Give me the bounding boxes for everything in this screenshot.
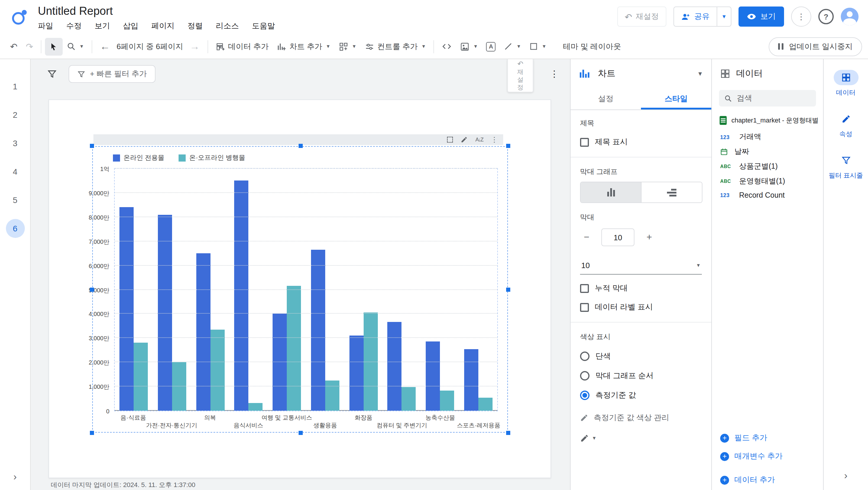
bar[interactable] xyxy=(211,329,225,411)
legend-item[interactable]: 온·오프라인 병행몰 xyxy=(179,153,245,162)
add-text-button[interactable]: A xyxy=(482,37,500,55)
page-thumb-1[interactable]: 1 xyxy=(6,77,25,96)
resize-handle[interactable] xyxy=(90,431,94,435)
add-quick-filter-chip[interactable]: + 빠른 필터 추가 xyxy=(69,65,156,83)
color-option-single[interactable]: 단색 xyxy=(580,351,702,362)
menu-view[interactable]: 보기 xyxy=(95,21,110,31)
resize-handle[interactable] xyxy=(90,144,94,148)
add-parameter-link[interactable]: + 매개변수 추가 xyxy=(720,451,815,462)
avatar[interactable] xyxy=(841,8,859,25)
prev-page-button[interactable]: ← xyxy=(96,37,114,55)
menu-help[interactable]: 도움말 xyxy=(252,21,275,31)
field-row[interactable]: 날짜 xyxy=(712,144,823,159)
menu-arrange[interactable]: 정렬 xyxy=(187,21,203,31)
color-option-dimension-values[interactable]: 측정기준 값 xyxy=(580,390,702,401)
menu-resource[interactable]: 리소스 xyxy=(216,21,239,31)
looker-studio-logo[interactable] xyxy=(9,7,30,30)
checkbox-icon[interactable] xyxy=(580,138,589,146)
radio-icon[interactable] xyxy=(580,351,590,361)
next-page-button[interactable]: → xyxy=(186,37,204,55)
filter-bar-more-button[interactable]: ⋮ xyxy=(550,69,559,79)
bar[interactable] xyxy=(402,387,416,411)
stacked-bars-checkbox-row[interactable]: 누적 막대 xyxy=(580,283,702,293)
help-button[interactable]: ? xyxy=(818,9,834,24)
bar[interactable] xyxy=(273,314,287,411)
add-line-button[interactable]: ▼ xyxy=(500,37,525,55)
share-main[interactable]: 공유 xyxy=(674,7,717,26)
add-shape-button[interactable]: ▼ xyxy=(525,37,551,55)
tab-setup[interactable]: 설정 xyxy=(570,88,641,110)
tab-style[interactable]: 스타일 xyxy=(641,88,711,110)
page-thumb-6-active[interactable]: 6 xyxy=(6,219,25,238)
add-chart-button[interactable]: 차트 추가▼ xyxy=(273,37,335,55)
page-thumb-2[interactable]: 2 xyxy=(6,105,25,124)
field-row[interactable]: ABC 상품군별(1) xyxy=(712,159,823,174)
expand-pages-chevron-icon[interactable]: › xyxy=(13,471,17,483)
properties-header[interactable]: 차트 ▼ xyxy=(570,59,711,88)
menu-edit[interactable]: 수정 xyxy=(66,21,82,31)
share-dropdown-caret[interactable]: ▼ xyxy=(717,7,731,26)
bar[interactable] xyxy=(478,397,492,411)
add-data-link[interactable]: + 데이터 추가 xyxy=(720,474,815,485)
resize-handle[interactable] xyxy=(506,288,510,292)
radio-icon[interactable] xyxy=(580,371,590,380)
bar[interactable] xyxy=(235,181,249,411)
bars-count-value[interactable]: 10 xyxy=(601,228,634,246)
theme-layout-button[interactable]: 테마 및 레이아웃 xyxy=(559,37,625,55)
manage-dimension-colors[interactable]: 측정기준 값 색상 관리 xyxy=(580,412,702,423)
report-canvas[interactable]: + 빠른 필터 추가 ⋮ ↶ 재설정 A↓Z ⋮ xyxy=(31,59,570,490)
bar[interactable] xyxy=(196,253,211,411)
horizontal-bars-option[interactable] xyxy=(641,182,702,202)
border-color-picker[interactable]: ▼ xyxy=(580,434,702,443)
vertical-bars-option[interactable] xyxy=(581,182,641,202)
rail-item-filter-bar[interactable]: 필터 표시줄 xyxy=(824,153,868,180)
undo-button[interactable]: ↶ xyxy=(6,37,22,55)
bar[interactable] xyxy=(249,403,263,411)
menu-page[interactable]: 페이지 xyxy=(151,21,175,31)
checkbox-icon[interactable] xyxy=(580,303,589,312)
data-source-row[interactable]: chapter1_market - 운영형태별 xyxy=(712,107,823,129)
redo-button[interactable]: ↷ xyxy=(22,37,37,55)
bar[interactable] xyxy=(388,322,402,411)
resize-handle[interactable] xyxy=(298,144,303,148)
field-search-input[interactable]: 검색 xyxy=(719,90,816,107)
resize-handle[interactable] xyxy=(506,431,510,435)
menu-insert[interactable]: 삽입 xyxy=(123,21,138,31)
chart-edit-pencil-icon[interactable] xyxy=(461,136,468,143)
bar[interactable] xyxy=(134,343,148,411)
bar[interactable] xyxy=(311,250,325,411)
bar[interactable] xyxy=(287,286,301,411)
page-thumb-3[interactable]: 3 xyxy=(6,134,25,153)
color-option-series-order[interactable]: 막대 그래프 순서 xyxy=(580,371,702,381)
bar[interactable] xyxy=(426,341,440,411)
collapse-panel-chevron-icon[interactable]: › xyxy=(844,470,847,482)
community-visualizations-button[interactable]: ▼ xyxy=(335,37,361,55)
add-data-button[interactable]: 데이터 추가 xyxy=(212,37,273,55)
zoom-tool-button[interactable]: ▼ xyxy=(63,37,88,55)
rail-item-data[interactable]: 데이터 xyxy=(824,70,868,97)
chart-select-mode-icon[interactable] xyxy=(447,137,453,143)
menu-file[interactable]: 파일 xyxy=(38,21,53,31)
embed-url-button[interactable] xyxy=(438,37,456,55)
bar[interactable] xyxy=(349,336,363,411)
data-labels-checkbox-row[interactable]: 데이터 라벨 표시 xyxy=(580,302,702,313)
checkbox-icon[interactable] xyxy=(580,284,589,293)
more-options-button[interactable]: ⋮ xyxy=(791,6,811,27)
add-field-link[interactable]: + 필드 추가 xyxy=(720,433,815,443)
legend-item[interactable]: 온라인 전용몰 xyxy=(113,153,164,162)
report-page[interactable]: A↓Z ⋮ 온라인 전용몰온·오프라인 병행몰 01,000만2,000만3,0… xyxy=(49,99,551,478)
bar[interactable] xyxy=(158,214,172,411)
resize-handle[interactable] xyxy=(90,288,94,292)
view-button[interactable]: 보기 xyxy=(739,6,784,27)
add-control-button[interactable]: 컨트롤 추가▼ xyxy=(361,37,430,55)
chevron-down-icon[interactable]: ▼ xyxy=(697,70,703,77)
report-title[interactable]: Untitled Report xyxy=(38,0,275,18)
page-thumb-4[interactable]: 4 xyxy=(6,162,25,181)
bar[interactable] xyxy=(464,349,478,411)
bar[interactable] xyxy=(325,380,339,411)
resize-handle[interactable] xyxy=(506,144,510,148)
radio-selected-icon[interactable] xyxy=(580,391,590,400)
pause-updates-button[interactable]: 업데이트 일시중지 xyxy=(769,37,862,56)
bar-chart-component[interactable]: A↓Z ⋮ 온라인 전용몰온·오프라인 병행몰 01,000만2,000만3,0… xyxy=(92,146,508,433)
field-row[interactable]: 123 거래액 xyxy=(712,129,823,144)
